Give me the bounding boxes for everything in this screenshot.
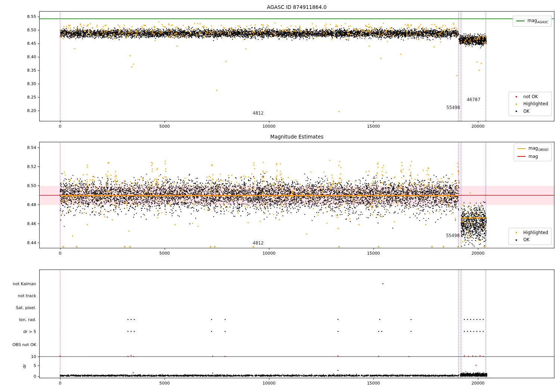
ytick-label: 8.45 [27,41,37,46]
xtick-label: 15000 [367,381,380,386]
xtick-label: 10000 [262,251,276,256]
xtick-label: 20000 [472,124,485,129]
line-swatch-icon [517,148,526,149]
ytick-label: dr > 5 [23,329,36,334]
legend-label: OK [523,109,530,114]
xtick-label: 5000 [159,381,170,386]
legend-box: magOBSIDmag [514,143,552,161]
ytick-label: 8.48 [27,202,37,207]
annotation: 55498 [447,105,460,110]
plot1-title: AGASC ID 874911864.0 [267,4,327,10]
figure: AGASC ID 874911864.0 Magnitude Estimates… [0,0,560,392]
legend-label: OK [523,237,530,242]
legend-label: Highlighted [523,230,548,235]
xtick-label: 0 [59,251,61,256]
legend-item: OK [512,237,548,242]
legend-item: Highlighted [512,101,548,106]
xtick-label: 0 [59,124,61,129]
legend-item: magOBSID [517,146,548,152]
ytick-label: 8.46 [27,221,37,226]
legend-box: not OKHighlightedOK [508,92,552,116]
ytick-label: 8.20 [27,108,37,113]
xtick-label: 20000 [472,381,485,386]
legend-item: mag [517,154,548,159]
ytick-label: not track [18,293,36,298]
xtick-label: 10000 [262,124,276,129]
annotation: 55498 [446,233,460,238]
annotation: 4812 [253,240,264,246]
legend-item: not OK [512,94,548,99]
xtick-label: 5000 [159,124,170,129]
xtick-label: 15000 [367,124,380,129]
line-swatch-icon [516,21,525,21]
ytick-label: 8.54 [27,145,37,150]
ytick-label: 10 [31,354,36,359]
legend-item: OK [512,109,548,114]
ytick-label: 5 [34,363,36,368]
legend-box: magAGASC [513,16,552,27]
marker-swatch-icon [516,103,517,105]
ytick-label: 8.55 [27,14,37,19]
plot2-title: Magnitude Estimates [270,134,323,140]
ytick-label: Ion. rad. [19,317,36,322]
annotation: 4812 [253,111,264,116]
xtick-label: 5000 [159,251,170,256]
marker-swatch-icon [516,96,517,97]
legend-box: HighlightedOK [508,228,552,245]
legend-label: magAGASC [528,18,548,24]
ytick-label: Sat. pixel. [16,305,36,310]
line-swatch-icon [517,156,526,157]
xtick-label: 10000 [262,381,276,386]
ytick-label: 8.30 [27,81,37,86]
ytick-label: 8.25 [27,95,37,100]
ytick-label: 8.52 [27,164,37,169]
xtick-label: 0 [59,381,61,386]
ytick-label: 8.50 [27,183,37,188]
legend-label: magOBSID [529,146,548,152]
legend-item: magAGASC [516,18,548,24]
xtick-label: 20000 [472,251,485,256]
chart-overlay: AGASC ID 874911864.0 Magnitude Estimates… [0,0,560,392]
ytick-label: 0 [34,374,36,379]
annotation: 46787 [467,97,480,102]
legend-label: Highlighted [523,101,548,106]
ytick-label: 8.35 [27,68,37,73]
ytick-label: not Kalman [13,281,36,286]
ytick-label: 8.50 [27,28,37,32]
marker-swatch-icon [516,239,517,241]
xtick-label: 15000 [367,251,380,256]
legend-item: Highlighted [512,230,548,235]
legend-label: not OK [523,94,538,99]
legend-label: mag [529,154,538,159]
marker-swatch-icon [516,111,517,112]
y-axis-label: dr [22,364,27,368]
ytick-label: 8.40 [27,55,37,59]
ytick-label: OBS not OK [12,342,36,347]
ytick-label: 8.44 [27,240,37,245]
marker-swatch-icon [516,232,517,233]
